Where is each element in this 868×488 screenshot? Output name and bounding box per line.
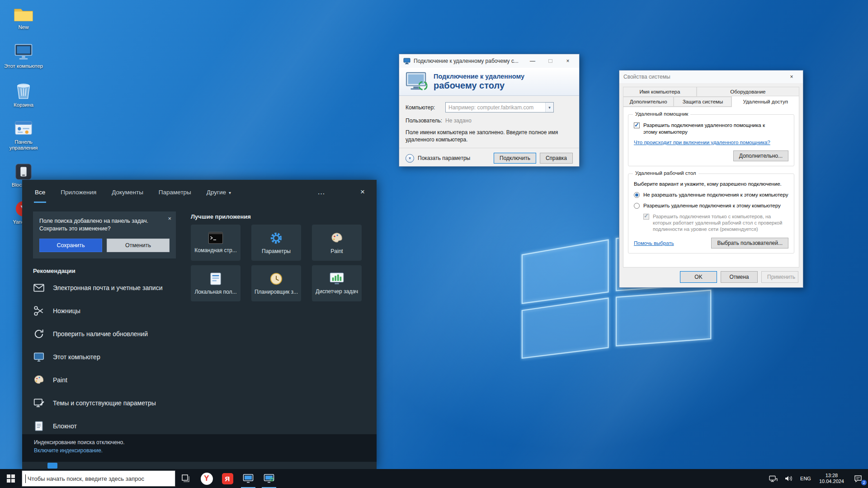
search-input[interactable]: [22, 475, 175, 482]
help-button[interactable]: Справка: [540, 153, 573, 164]
desktop-icon-control-panel[interactable]: Панель управления: [3, 120, 44, 151]
tab-documents[interactable]: Документы: [111, 181, 144, 203]
refresh-icon: [33, 328, 45, 340]
computer-icon: [14, 42, 33, 61]
top-apps-title: Лучшие приложения: [191, 213, 372, 220]
remote-tab-panel: Удаленный помощник Разрешить подключения…: [623, 107, 799, 267]
indexing-notice-text: Индексирование поиска отключено.: [34, 439, 365, 446]
list-item-label: Проверить наличие обновлений: [53, 330, 148, 338]
rdp-header-line2: рабочему столу: [434, 80, 524, 90]
desktop-icon-label: Корзина: [14, 102, 33, 108]
notepad-icon: [33, 420, 45, 432]
recommendations-title: Рекомендации: [33, 267, 187, 274]
tile-task-scheduler[interactable]: Планировщик з...: [251, 265, 301, 301]
select-users-button[interactable]: Выбрать пользователей...: [711, 238, 788, 249]
taskbar-search-box[interactable]: [22, 470, 175, 487]
tile-command-prompt[interactable]: Командная стр...: [191, 225, 241, 261]
list-item-themes[interactable]: Темы и сопутствующие параметры: [33, 391, 187, 414]
tab-computer-name[interactable]: Имя компьютера: [623, 87, 697, 97]
yandex-app-icon: Я: [222, 473, 233, 484]
allow-connections-label: Разрешить удаленные подключения к этому …: [643, 202, 781, 209]
list-item-this-pc[interactable]: Этот компьютер: [33, 345, 187, 368]
rdp-app-icon: [403, 58, 410, 65]
enable-indexing-link[interactable]: Включите индексирование.: [34, 447, 365, 454]
tab-settings[interactable]: Параметры: [158, 181, 192, 203]
tab-system-protection[interactable]: Защита системы: [674, 97, 731, 107]
clock[interactable]: 13:28 10.04.2024: [815, 473, 848, 484]
connect-button[interactable]: Подключить: [494, 153, 536, 164]
list-item-paint[interactable]: Paint: [33, 368, 187, 391]
remote-assistance-checkbox[interactable]: [634, 122, 640, 128]
minimize-button[interactable]: —: [525, 56, 540, 66]
computer-icon: [33, 351, 45, 363]
folder-icon: [14, 5, 33, 23]
remote-app-taskbar-button[interactable]: [259, 469, 279, 488]
close-button[interactable]: ×: [561, 56, 575, 66]
list-item-mail[interactable]: Электронная почта и учетные записи: [33, 276, 187, 299]
yandex-app-button[interactable]: Я: [217, 469, 238, 488]
close-icon[interactable]: ×: [168, 215, 171, 222]
remote-assistance-group: Удаленный помощник Разрешить подключения…: [628, 114, 794, 166]
close-button[interactable]: ×: [784, 72, 799, 82]
window-title: Свойства системы: [623, 74, 781, 80]
nla-checkbox: [643, 214, 649, 220]
tile-task-manager[interactable]: Диспетчер задач: [312, 265, 362, 301]
help-me-choose-link[interactable]: Помочь выбрать: [634, 240, 674, 246]
computer-label: Компьютер:: [406, 104, 445, 111]
task-view-button[interactable]: [175, 469, 196, 488]
desktop-icon-recycle-bin[interactable]: Корзина: [3, 81, 44, 108]
list-item-label: Paint: [53, 376, 67, 384]
tab-hardware[interactable]: Оборудование: [697, 87, 799, 97]
tab-label: Документы: [112, 189, 143, 196]
tile-paint[interactable]: Paint: [312, 225, 362, 261]
yandex-browser-button[interactable]: Y: [196, 469, 217, 488]
close-search-button[interactable]: ×: [360, 188, 365, 197]
remote-assistance-help-link[interactable]: Что происходит при включении удаленного …: [634, 140, 770, 145]
tab-label: Параметры: [159, 189, 191, 196]
volume-tray-button[interactable]: [781, 469, 796, 488]
computer-combobox[interactable]: Например: computer.fabrikam.com ▾: [445, 102, 554, 113]
tab-label: Приложения: [61, 189, 96, 196]
maximize-button: [543, 56, 557, 66]
cancel-button[interactable]: Отменить: [107, 239, 170, 252]
cancel-button[interactable]: Отмена: [721, 271, 758, 283]
tile-local-policy[interactable]: Локальная пол...: [191, 265, 241, 301]
action-center-button[interactable]: 2: [848, 469, 868, 488]
rdp-taskbar-button[interactable]: [238, 469, 259, 488]
windows-logo-icon: [7, 474, 15, 483]
save-button[interactable]: Сохранить: [39, 239, 102, 252]
search-tabs: Все Приложения Документы Параметры Други…: [22, 180, 377, 204]
desktop-icon-new-folder[interactable]: New: [3, 5, 44, 30]
desktop-icon-label: Панель управления: [3, 139, 44, 151]
ok-button[interactable]: OK: [680, 271, 717, 283]
advanced-button[interactable]: Дополнительно...: [733, 150, 788, 161]
show-options-chevron-icon[interactable]: ▾: [406, 154, 414, 163]
cutoff-list-item-icon: [47, 463, 57, 469]
speaker-icon: [784, 475, 793, 482]
sys-titlebar: Свойства системы ×: [619, 70, 803, 83]
network-tray-button[interactable]: [765, 469, 781, 488]
chevron-down-icon[interactable]: ▾: [545, 103, 553, 112]
remote-desktop-group: Удаленный рабочий стол Выберите вариант …: [628, 174, 794, 253]
nla-checkbox-label: Разрешить подключения только с компьютер…: [653, 213, 788, 232]
notification-count-badge: 2: [861, 479, 867, 486]
start-button[interactable]: [0, 469, 22, 488]
rdp-body: Компьютер: Например: computer.fabrikam.c…: [399, 96, 579, 164]
tab-more[interactable]: Другие: [206, 181, 232, 203]
desktop-icon-this-pc[interactable]: Этот компьютер: [3, 42, 44, 69]
allow-connections-radio[interactable]: [634, 203, 640, 209]
deny-connections-label: Не разрешать удаленные подключения к это…: [643, 192, 788, 198]
list-item-updates[interactable]: Проверить наличие обновлений: [33, 322, 187, 345]
show-options-label[interactable]: Показать параметры: [418, 155, 470, 161]
more-options-button[interactable]: …: [317, 188, 326, 197]
tile-settings[interactable]: Параметры: [251, 225, 301, 261]
taskbar: Y Я: [0, 469, 868, 488]
tab-all[interactable]: Все: [34, 181, 46, 203]
deny-connections-radio[interactable]: [634, 192, 640, 198]
list-item-snipping[interactable]: Ножницы: [33, 299, 187, 322]
tab-remote-access[interactable]: Удаленный доступ: [731, 96, 799, 107]
tab-apps[interactable]: Приложения: [60, 181, 97, 203]
desktop-icon-label: Этот компьютер: [4, 63, 43, 69]
tab-advanced[interactable]: Дополнительно: [623, 97, 674, 107]
language-indicator[interactable]: ENG: [796, 476, 815, 481]
